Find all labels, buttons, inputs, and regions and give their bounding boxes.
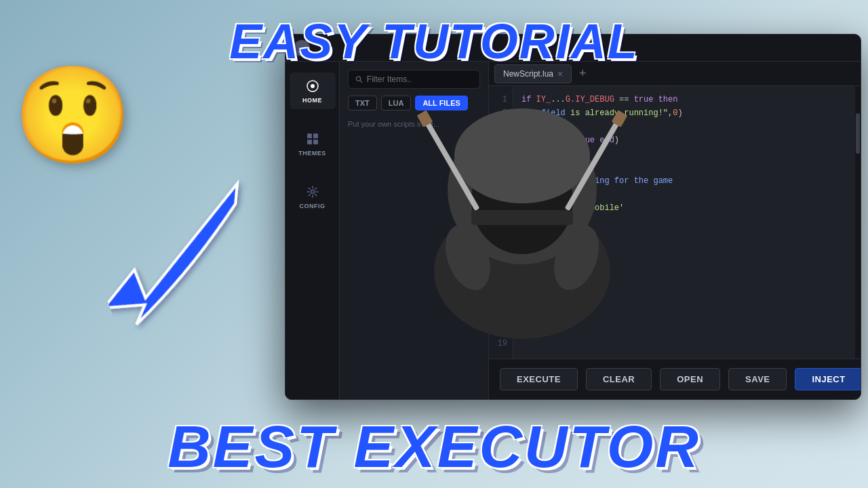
line-num-19: 19 [498, 337, 507, 350]
code-line-1: if IY_...G.IY_DEBUG == true then [521, 93, 847, 106]
svg-rect-2 [307, 134, 312, 138]
themes-icon [304, 131, 321, 147]
code-editor[interactable]: 1 2 3 4 5 6 7 8 9 10 11 12 13 14 15 16 1 [489, 86, 861, 359]
line-num-11: 11 [498, 228, 507, 242]
search-icon [355, 75, 363, 83]
line-num-8: 8 [502, 188, 507, 201]
filter-buttons: TXT LUA ALL FILES [348, 96, 480, 110]
clear-button[interactable]: CLEAR [586, 368, 652, 390]
editor-area: NewScript.lua × + 1 2 3 4 5 6 7 8 9 10 [489, 62, 861, 399]
home-icon [304, 78, 321, 94]
sidebar-item-home[interactable]: HOME [290, 73, 336, 109]
svg-rect-4 [307, 140, 312, 144]
search-bar[interactable] [348, 70, 480, 89]
filter-all-button[interactable]: ALL FILES [415, 96, 467, 110]
code-line-16: en [521, 188, 847, 201]
scrollbar-track[interactable] [855, 86, 861, 359]
save-button[interactable]: SAVE [728, 368, 787, 390]
title-bottom: BEST EXECUTOR [167, 412, 701, 481]
svg-line-8 [360, 81, 362, 83]
svg-point-1 [311, 84, 315, 88]
shocked-emoji: 😲 [14, 68, 132, 163]
title-top: EASY TUTORIAL [229, 14, 638, 69]
svg-rect-3 [313, 134, 318, 138]
line-num-1: 1 [502, 93, 507, 106]
file-hint: Put your own scripts in he... [348, 117, 480, 131]
sidebar-home-label: HOME [302, 97, 322, 104]
executor-window: HOME THEMES [285, 34, 861, 400]
config-icon [304, 184, 321, 200]
open-button[interactable]: OPEN [660, 368, 720, 390]
line-num-4: 4 [502, 134, 507, 147]
file-browser: TXT LUA ALL FILES Put your own scripts i… [340, 62, 489, 399]
sidebar-item-themes[interactable]: THEMES [290, 125, 336, 162]
sidebar: HOME THEMES [285, 62, 340, 399]
line-num-10: 10 [498, 215, 507, 228]
line-num-15: 15 [498, 283, 507, 296]
svg-point-7 [356, 77, 360, 81]
filter-lua-button[interactable]: LUA [381, 96, 412, 110]
code-line-2: field is already running!",0) [521, 106, 847, 120]
line-numbers: 1 2 3 4 5 6 7 8 9 10 11 12 13 14 15 16 1 [489, 86, 513, 359]
line-num-2: 2 [502, 106, 507, 120]
line-num-16: 16 [498, 296, 507, 310]
tab-close-icon[interactable]: × [557, 69, 563, 79]
search-input[interactable] [367, 75, 473, 84]
sidebar-item-config[interactable]: CONFIG [290, 178, 336, 215]
code-line-18: currentv... Mobile' [521, 201, 847, 215]
line-num-5: 5 [502, 147, 507, 161]
line-num-6: 6 [502, 161, 507, 174]
svg-point-6 [311, 190, 314, 194]
code-line-14: eld is waiting for the game [521, 174, 847, 188]
svg-rect-5 [313, 140, 318, 144]
sidebar-config-label: CONFIG [300, 203, 326, 209]
sidebar-themes-label: THEMES [298, 150, 326, 157]
line-num-13: 13 [498, 256, 507, 269]
code-line-13: "Message") [521, 161, 847, 174]
window-body: HOME THEMES [285, 62, 861, 399]
code-content[interactable]: if IY_...G.IY_DEBUG == true then field i… [513, 86, 855, 359]
scrollbar-thumb[interactable] [856, 113, 860, 154]
execute-button[interactable]: EXECUTE [500, 368, 578, 390]
line-num-7: 7 [502, 174, 507, 188]
line-num-12: 12 [498, 242, 507, 256]
line-num-18: 18 [498, 323, 507, 337]
inject-button[interactable]: INJECT [795, 368, 861, 390]
line-num-17: 17 [498, 310, 507, 323]
line-num-14: 14 [498, 269, 507, 283]
line-num-9: 9 [502, 201, 507, 215]
bottom-toolbar: EXECUTE CLEAR OPEN SAVE INJECT [489, 359, 861, 399]
line-num-3: 3 [502, 120, 507, 134]
code-line-4: en [521, 120, 847, 134]
code-line-11: ui") [521, 147, 847, 161]
tab-name: NewScript.lua [503, 69, 553, 79]
code-line-9: ADED = true end) [521, 134, 847, 147]
filter-txt-button[interactable]: TXT [348, 96, 377, 110]
